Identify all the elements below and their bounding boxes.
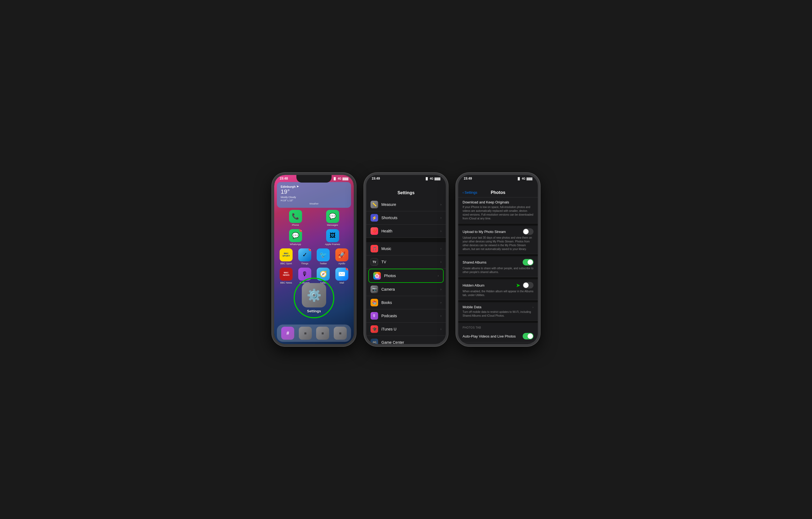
- weather-temp: 19°: [281, 188, 347, 195]
- phone-label: Phone: [292, 224, 299, 226]
- books-label: Books: [381, 300, 440, 305]
- settings-item-music[interactable]: 🎵 Music ›: [366, 242, 446, 255]
- app-apple-frames[interactable]: 🖼 Apple Frames: [324, 229, 341, 246]
- photo-stream-title: Upload to My Photo Stream: [463, 230, 506, 234]
- gamecenter-label: Game Center: [381, 340, 440, 344]
- dock-app2-icon: ⊞: [299, 327, 312, 340]
- app-phone[interactable]: 📞 Phone: [287, 210, 304, 226]
- battery-icon: ▓▓▓: [342, 177, 348, 180]
- messages-icon: 💬: [326, 210, 339, 223]
- settings-icon-large[interactable]: ⚙️: [302, 283, 326, 307]
- phone-1-frame: 15:48 ▐▌ 4G ▓▓▓ Edinburgh ➤ 19°: [272, 173, 356, 346]
- network-type-3: 4G: [522, 177, 525, 180]
- download-originals-desc: If your iPhone is low on space, full-res…: [463, 205, 533, 220]
- messages-label: Messages: [327, 224, 338, 226]
- autoplay-toggle[interactable]: [523, 333, 533, 339]
- back-button[interactable]: ‹ Settings: [463, 190, 477, 194]
- mail-badge: 1: [346, 268, 348, 270]
- download-originals-row: Download and Keep Originals: [463, 200, 533, 204]
- hidden-album-desc: When enabled, the Hidden album will appe…: [463, 290, 533, 297]
- battery-icon-3: ▓▓▓: [526, 177, 532, 180]
- apple-frames-icon: 🖼: [326, 229, 339, 242]
- settings-item-podcasts[interactable]: 🎙 Podcasts ›: [366, 309, 446, 323]
- camera-chevron: ›: [440, 288, 441, 291]
- signal-icon-3: ▐▌: [517, 177, 521, 180]
- section-shared-albums: Shared Albums Create albums to share wit…: [458, 256, 538, 277]
- weather-app-label: Weather: [281, 202, 347, 205]
- separator-photos-3: [458, 277, 538, 279]
- settings-label-large: Settings: [307, 309, 321, 313]
- music-icon: 🎵: [371, 245, 378, 252]
- app-bbc-sport[interactable]: BBCSPORT BBC Sport: [278, 248, 294, 265]
- mobile-data-row: Mobile Data ›: [463, 305, 533, 309]
- settings-item-books[interactable]: 📚 Books ›: [366, 296, 446, 309]
- app-messages[interactable]: 💬 Messages: [324, 210, 341, 226]
- photos-nav: ‹ Settings Photos: [458, 181, 538, 197]
- twitter-icon: 🐦: [317, 248, 330, 262]
- back-label: Settings: [464, 190, 477, 194]
- phone-icon: 📞: [289, 210, 302, 223]
- dock: # ⊞ ⊞ ⊞: [277, 325, 351, 342]
- network-type: 4G: [338, 177, 341, 180]
- dock-app3-icon: ⊞: [316, 327, 329, 340]
- hidden-album-controls: ➤: [514, 282, 533, 289]
- measure-icon: 📏: [371, 201, 378, 208]
- settings-item-measure[interactable]: 📏 Measure ›: [366, 198, 446, 211]
- things-badge: 2: [309, 248, 311, 251]
- settings-item-camera[interactable]: 📷 Camera ›: [366, 283, 446, 296]
- mail-icon: ✉️ 1: [336, 268, 348, 281]
- weather-highlow: H:19° L:13°: [281, 199, 347, 202]
- home-screen: 15:48 ▐▌ 4G ▓▓▓ Edinburgh ➤ 19°: [274, 175, 354, 344]
- photo-stream-row: Upload to My Photo Stream: [463, 228, 533, 235]
- status-icons: ▐▌ 4G ▓▓▓: [333, 177, 348, 180]
- section-autoplay: Auto-Play Videos and Live Photos: [458, 330, 538, 343]
- photos-label: Photos: [384, 274, 438, 278]
- status-bar-2: 15:49 ▐▌ 4G ▓▓▓: [366, 175, 446, 181]
- section-photo-stream: Upload to My Photo Stream Upload your la…: [458, 226, 538, 254]
- podcasts-settings-label: Podcasts: [381, 314, 440, 318]
- dock-app2[interactable]: ⊞: [297, 327, 313, 340]
- tv-label: TV: [381, 260, 440, 264]
- dock-app3[interactable]: ⊞: [315, 327, 331, 340]
- dock-app4[interactable]: ⊞: [332, 327, 348, 340]
- status-bar-1: 15:48 ▐▌ 4G ▓▓▓: [274, 175, 354, 181]
- bbc-sport-icon: BBCSPORT: [280, 248, 293, 262]
- camera-icon: 📷: [371, 285, 378, 293]
- app-mail[interactable]: ✉️ 1 Mail: [334, 268, 350, 284]
- app-bbc-news[interactable]: BBCNEWS BBC News: [278, 268, 294, 284]
- hidden-album-toggle[interactable]: [523, 282, 533, 289]
- itunesu-label: iTunes U: [381, 327, 440, 331]
- phone-2-frame: 15:49 ▐▌ 4G ▓▓▓ Settings 📏 Measure ›: [364, 173, 448, 346]
- settings-item-health[interactable]: ❤️ Health ›: [366, 224, 446, 238]
- mobile-data-desc: Turn off mobile data to restrict updates…: [463, 310, 533, 318]
- separator-photos-2: [458, 254, 538, 256]
- shared-albums-toggle[interactable]: [523, 259, 533, 266]
- app-whatsapp[interactable]: 💬 3 WhatsApp: [287, 229, 304, 246]
- separator-photos-5: [458, 321, 538, 323]
- autoplay-title: Auto-Play Videos and Live Photos: [463, 334, 516, 338]
- app-twitter[interactable]: 🐦 Twitter: [315, 248, 331, 265]
- phone-1-screen: 15:48 ▐▌ 4G ▓▓▓ Edinburgh ➤ 19°: [274, 175, 354, 344]
- weather-widget[interactable]: Edinburgh ➤ 19° Mostly Cloudy H:19° L:13…: [277, 182, 351, 208]
- books-icon: 📚: [371, 299, 378, 306]
- settings-item-itunesu[interactable]: 🎓 iTunes U ›: [366, 323, 446, 336]
- dock-app4-icon: ⊞: [334, 327, 347, 340]
- section-download-originals[interactable]: Download and Keep Originals If your iPho…: [458, 197, 538, 223]
- photos-tab-label: PHOTOS TAB: [458, 323, 538, 330]
- books-chevron: ›: [440, 301, 441, 304]
- app-things[interactable]: ✓ 2 Things: [297, 248, 313, 265]
- settings-item-photos[interactable]: 🌸 Photos ›: [368, 269, 444, 283]
- settings-item-shortcuts[interactable]: ⚡ Shortcuts ›: [366, 211, 446, 224]
- music-chevron: ›: [440, 247, 441, 251]
- settings-item-gamecenter[interactable]: 🎮 Game Center ›: [366, 336, 446, 344]
- settings-item-tv[interactable]: TV TV ›: [366, 255, 446, 269]
- app-apollo[interactable]: 🚀 Apollo: [334, 248, 350, 265]
- section-mobile-data[interactable]: Mobile Data › Turn off mobile data to re…: [458, 302, 538, 321]
- battery-icon-2: ▓▓▓: [434, 177, 440, 180]
- podcasts-settings-icon: 🎙: [371, 312, 378, 320]
- photo-stream-toggle[interactable]: [523, 228, 533, 235]
- phone-2-screen: 15:49 ▐▌ 4G ▓▓▓ Settings 📏 Measure ›: [366, 175, 446, 344]
- settings-header: Settings: [366, 181, 446, 198]
- dock-slack[interactable]: #: [280, 327, 296, 340]
- measure-label: Measure: [381, 202, 440, 207]
